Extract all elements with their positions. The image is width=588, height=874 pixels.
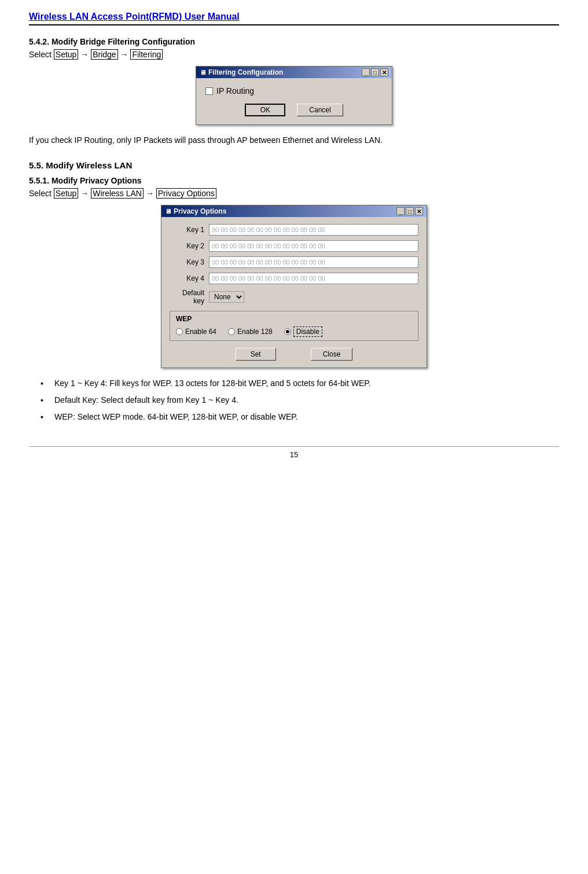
privacy-button-row: Set Close (170, 348, 418, 361)
key4-label: Key 4 (170, 274, 204, 282)
defaultkey-label: Default key (170, 289, 204, 305)
bullet-text-1: Key 1 ~ Key 4: Fill keys for WEP. 13 oct… (54, 377, 371, 390)
section-551-select-line: Select Setup → Wireless LAN → Privacy Op… (29, 189, 559, 198)
privacy-dialog-title-text: Privacy Options (174, 207, 395, 215)
filtering-button-row: OK Cancel (205, 104, 383, 116)
key2-label: Key 2 (170, 242, 204, 250)
arrow1: → (80, 50, 89, 59)
wep-group: WEP Enable 64 Enable 128 Disable (170, 311, 418, 341)
bullet-item-2: ▪ Default Key: Select default key from K… (41, 394, 559, 406)
privacy-minimize-icon[interactable]: _ (396, 207, 405, 215)
key4-row: Key 4 (170, 273, 418, 284)
key3-label: Key 3 (170, 258, 204, 266)
section-542-paragraph: If you check IP Routing, only IP Packets… (29, 134, 559, 146)
minimize-icon[interactable]: _ (362, 68, 370, 76)
privacy-dialog: 🖥 Privacy Options _ □ ✕ Key 1 Key 2 (161, 205, 427, 368)
privacy-maximize-icon[interactable]: □ (406, 207, 414, 215)
ok-button[interactable]: OK (245, 104, 285, 116)
section-542: 5.4.2. Modify Bridge Filtering Configura… (29, 37, 559, 146)
privacy-dialog-titlebar: 🖥 Privacy Options _ □ ✕ (161, 205, 427, 217)
bullet-marker-1: ▪ (41, 377, 50, 390)
privacy-close-icon[interactable]: ✕ (415, 207, 423, 215)
section-551: 5.5.1. Modify Privacy Options Select Set… (29, 176, 559, 423)
disable-label: Disable (293, 326, 322, 337)
enable64-option[interactable]: Enable 64 (176, 328, 216, 336)
privacy-dialog-body: Key 1 Key 2 Key 3 Key 4 (161, 217, 427, 368)
defaultkey-row: Default key None Key 1 Key 2 Key 3 Key 4 (170, 289, 418, 305)
setup-link-2[interactable]: Setup (54, 188, 79, 199)
filtering-dialog-titlebar: 🖥 Filtering Configuration _ □ ✕ (196, 67, 392, 78)
bullet-list: ▪ Key 1 ~ Key 4: Fill keys for WEP. 13 o… (41, 377, 559, 423)
arrow1-2: → (80, 189, 89, 198)
bullet-text-2: Default Key: Select default key from Key… (54, 394, 238, 406)
key1-input[interactable] (209, 224, 418, 236)
ip-routing-row: IP Routing (205, 86, 383, 96)
privacyoptions-link[interactable]: Privacy Options (156, 188, 216, 199)
arrow2: → (120, 50, 128, 59)
disable-radio[interactable] (284, 328, 291, 335)
section-55: 5.5. Modify Wireless LAN (29, 160, 559, 170)
filtering-dialog-body: IP Routing OK Cancel (196, 78, 392, 124)
bullet-text-3: WEP: Select WEP mode. 64-bit WEP, 128-bi… (54, 411, 298, 423)
privacy-dialog-title-icon: 🖥 (165, 208, 171, 215)
section-542-select-line: Select Setup → Bridge → Filtering (29, 50, 559, 59)
close-button[interactable]: Close (311, 348, 353, 361)
bullet-marker-2: ▪ (41, 394, 50, 406)
cancel-button[interactable]: Cancel (297, 104, 343, 116)
key4-input[interactable] (209, 273, 418, 284)
bridge-link[interactable]: Bridge (91, 49, 117, 60)
enable128-option[interactable]: Enable 128 (228, 328, 273, 336)
section-55-title: 5.5. Modify Wireless LAN (29, 160, 559, 170)
key2-input[interactable] (209, 240, 418, 252)
key3-input[interactable] (209, 256, 418, 268)
arrow2-2: → (146, 189, 154, 198)
page-number: 15 (29, 446, 559, 459)
select-text-2: Select (29, 189, 52, 198)
setup-link[interactable]: Setup (54, 49, 79, 60)
bullet-item-1: ▪ Key 1 ~ Key 4: Fill keys for WEP. 13 o… (41, 377, 559, 390)
wep-legend: WEP (176, 315, 412, 323)
wep-options: Enable 64 Enable 128 Disable (176, 326, 412, 337)
section-551-title: 5.5.1. Modify Privacy Options (29, 176, 559, 185)
filtering-dialog-container: 🖥 Filtering Configuration _ □ ✕ IP Routi… (29, 66, 559, 125)
section-542-title: 5.4.2. Modify Bridge Filtering Configura… (29, 37, 559, 46)
key3-row: Key 3 (170, 256, 418, 268)
enable128-radio[interactable] (228, 328, 235, 335)
enable64-label: Enable 64 (185, 328, 216, 336)
filtering-link[interactable]: Filtering (130, 49, 163, 60)
enable128-label: Enable 128 (237, 328, 273, 336)
page-title: Wireless LAN Access Point(RFMD) User Man… (29, 12, 240, 21)
filtering-dialog: 🖥 Filtering Configuration _ □ ✕ IP Routi… (196, 66, 392, 125)
close-icon[interactable]: ✕ (380, 68, 388, 76)
maximize-icon[interactable]: □ (371, 68, 379, 76)
ip-routing-checkbox[interactable] (205, 87, 213, 95)
set-button[interactable]: Set (236, 348, 276, 361)
enable64-radio[interactable] (176, 328, 183, 335)
bullet-marker-3: ▪ (41, 411, 50, 423)
disable-option[interactable]: Disable (284, 326, 322, 337)
ip-routing-label: IP Routing (216, 86, 254, 96)
key1-label: Key 1 (170, 226, 204, 234)
filtering-dialog-title-icon: 🖥 (200, 69, 206, 76)
filtering-dialog-title-text: Filtering Configuration (208, 68, 361, 76)
defaultkey-select[interactable]: None Key 1 Key 2 Key 3 Key 4 (209, 291, 244, 303)
key1-row: Key 1 (170, 224, 418, 236)
select-text: Select (29, 50, 52, 59)
privacy-dialog-container: 🖥 Privacy Options _ □ ✕ Key 1 Key 2 (29, 205, 559, 368)
page-header: Wireless LAN Access Point(RFMD) User Man… (29, 12, 559, 25)
wirelesslan-link[interactable]: Wireless LAN (91, 188, 144, 199)
key2-row: Key 2 (170, 240, 418, 252)
bullet-item-3: ▪ WEP: Select WEP mode. 64-bit WEP, 128-… (41, 411, 559, 423)
